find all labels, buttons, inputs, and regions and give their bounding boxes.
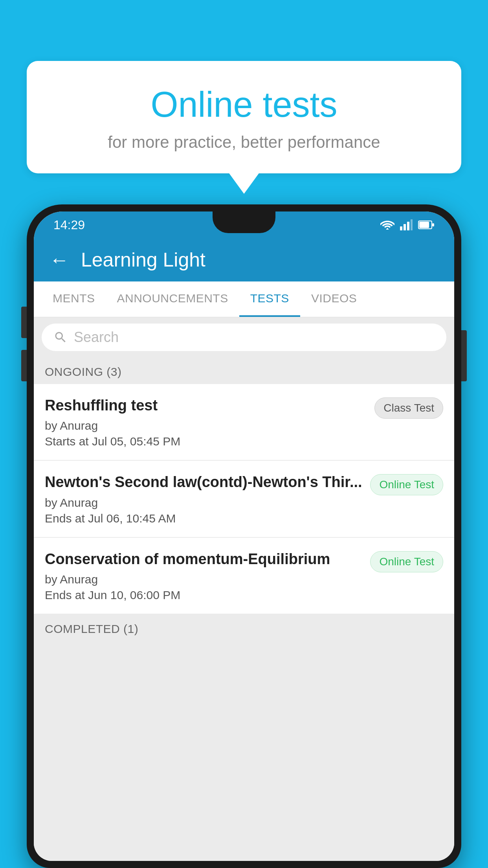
test-author: by Anurag: [45, 496, 362, 509]
svg-rect-0: [400, 226, 402, 230]
back-button[interactable]: ←: [50, 248, 69, 271]
online-test-badge: Online Test: [370, 551, 443, 572]
app-bar: ← Learning Light: [34, 238, 454, 281]
battery-icon: [418, 220, 435, 230]
tabs-bar: MENTS ANNOUNCEMENTS TESTS VIDEOS: [34, 281, 454, 317]
test-item[interactable]: Conservation of momentum-Equilibrium by …: [34, 538, 454, 614]
status-icons: [380, 219, 435, 230]
tab-tests[interactable]: TESTS: [239, 281, 300, 317]
ongoing-section-header: ONGOING (3): [34, 357, 454, 384]
test-author: by Anurag: [45, 419, 367, 432]
content-area: ONGOING (3) Reshuffling test by Anurag S…: [34, 357, 454, 861]
test-title: Reshuffling test: [45, 396, 367, 415]
search-container: Search: [34, 317, 454, 357]
test-author: by Anurag: [45, 573, 362, 586]
search-icon: [53, 330, 68, 344]
test-title: Conservation of momentum-Equilibrium: [45, 550, 362, 569]
svg-rect-5: [419, 222, 429, 228]
svg-rect-3: [411, 219, 413, 230]
volume-up-button[interactable]: [21, 307, 27, 338]
test-time: Ends at Jul 06, 10:45 AM: [45, 512, 362, 525]
wifi-icon: [380, 219, 394, 230]
class-test-badge: Class Test: [374, 397, 443, 419]
bubble-subtitle: for more practice, better performance: [46, 133, 442, 152]
tab-announcements[interactable]: ANNOUNCEMENTS: [106, 281, 239, 317]
completed-section-header: COMPLETED (1): [34, 614, 454, 641]
svg-rect-2: [407, 222, 409, 230]
app-title: Learning Light: [81, 248, 205, 271]
signal-icon: [400, 219, 413, 230]
test-info: Conservation of momentum-Equilibrium by …: [45, 550, 370, 602]
search-bar[interactable]: Search: [42, 324, 446, 351]
test-item[interactable]: Newton's Second law(contd)-Newton's Thir…: [34, 461, 454, 537]
volume-down-button[interactable]: [21, 350, 27, 381]
test-title: Newton's Second law(contd)-Newton's Thir…: [45, 473, 362, 492]
phone-notch: [213, 211, 275, 233]
test-time: Ends at Jun 10, 06:00 PM: [45, 588, 362, 602]
test-info: Newton's Second law(contd)-Newton's Thir…: [45, 473, 370, 525]
tab-videos[interactable]: VIDEOS: [300, 281, 368, 317]
speech-bubble: Online tests for more practice, better p…: [27, 61, 461, 173]
online-test-badge: Online Test: [370, 474, 443, 495]
bubble-title: Online tests: [46, 85, 442, 125]
test-info: Reshuffling test by Anurag Starts at Jul…: [45, 396, 374, 448]
search-placeholder: Search: [74, 329, 119, 346]
power-button[interactable]: [461, 330, 467, 381]
phone-screen: 14:29: [34, 211, 454, 861]
phone-frame: 14:29: [27, 204, 461, 868]
svg-rect-1: [404, 224, 406, 230]
tab-ments[interactable]: MENTS: [42, 281, 106, 317]
test-item[interactable]: Reshuffling test by Anurag Starts at Jul…: [34, 384, 454, 460]
svg-rect-6: [432, 223, 434, 226]
test-time: Starts at Jul 05, 05:45 PM: [45, 435, 367, 448]
status-time: 14:29: [53, 218, 85, 232]
